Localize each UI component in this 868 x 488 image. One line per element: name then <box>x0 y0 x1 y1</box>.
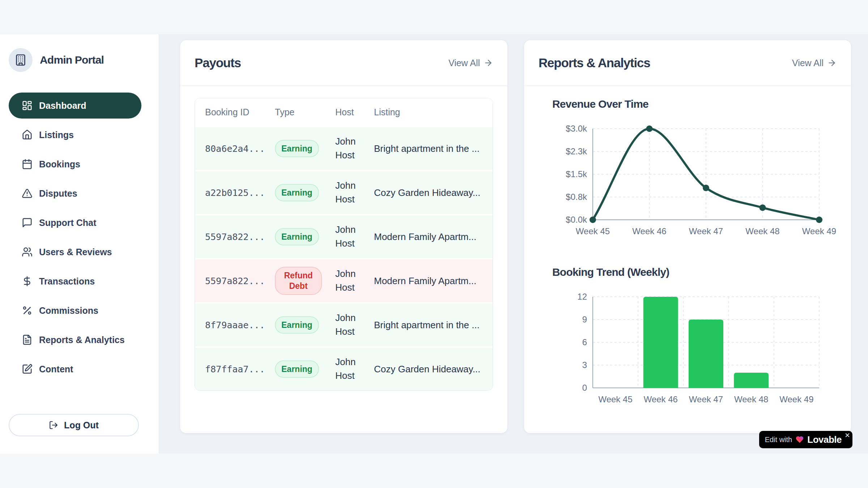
app-title: Admin Portal <box>40 54 104 66</box>
users-icon <box>22 247 33 257</box>
svg-text:Week 45: Week 45 <box>576 226 610 236</box>
reports-card: Reports & Analytics View All Revenue Ove… <box>524 40 851 433</box>
percent-icon <box>22 305 33 316</box>
revenue-line-chart: $0.0k$0.8k$1.5k$2.3k$3.0kWeek 45Week 46W… <box>539 121 837 240</box>
sidebar-item-label: Commissions <box>39 305 98 316</box>
listing-cell: Modern Family Apartm... <box>364 214 493 258</box>
payouts-table: Booking IDTypeHostListing 80a6e2a4...Ear… <box>195 98 493 390</box>
file-text-icon <box>22 334 33 345</box>
svg-text:Week 45: Week 45 <box>598 394 632 404</box>
sidebar-item-label: Listings <box>39 130 74 140</box>
sidebar-item-label: Reports & Analytics <box>39 335 125 345</box>
column-header-booking-id: Booking ID <box>195 98 265 126</box>
svg-text:Week 49: Week 49 <box>802 226 836 236</box>
sidebar-item-label: Support Chat <box>39 218 96 228</box>
booking-chart-title: Booking Trend (Weekly) <box>552 266 837 278</box>
logout-button[interactable]: Log Out <box>9 414 139 436</box>
view-all-label: View All <box>448 58 480 68</box>
type-cell: Earning <box>265 346 325 390</box>
sidebar-item-transactions[interactable]: Transactions <box>9 268 141 294</box>
svg-text:12: 12 <box>577 292 587 301</box>
sidebar-item-listings[interactable]: Listings <box>9 122 141 148</box>
svg-text:$3.0k: $3.0k <box>566 124 587 133</box>
type-cell: Earning <box>265 302 325 346</box>
svg-text:Week 46: Week 46 <box>632 226 666 236</box>
reports-view-all-link[interactable]: View All <box>792 58 837 68</box>
table-header-row: Booking IDTypeHostListing <box>195 98 493 126</box>
sidebar-item-label: Bookings <box>39 159 80 170</box>
sidebar-item-label: Transactions <box>39 276 95 287</box>
file-pen-icon <box>22 364 33 374</box>
host-cell: John Host <box>325 170 364 214</box>
host-cell: John Host <box>325 214 364 258</box>
svg-text:$0.0k: $0.0k <box>566 215 587 224</box>
app-logo-row: Admin Portal <box>9 48 104 72</box>
listing-cell: Cozy Garden Hideaway... <box>364 170 493 214</box>
payout-row: a22b0125...EarningJohn HostCozy Garden H… <box>195 170 493 214</box>
payout-row: f87ffaa7...EarningJohn HostCozy Garden H… <box>195 346 493 390</box>
sidebar-item-content[interactable]: Content <box>9 356 141 382</box>
column-header-listing: Listing <box>364 98 493 126</box>
listing-cell: Modern Family Apartm... <box>364 258 493 302</box>
dollar-icon <box>22 276 33 287</box>
status-badge: Earning <box>275 228 319 246</box>
lovable-brand-label: Lovable <box>807 434 842 445</box>
sidebar-item-label: Dashboard <box>39 100 86 111</box>
log-out-icon <box>49 420 58 430</box>
booking-id-cell: 8f79aaae... <box>195 302 265 346</box>
payouts-title: Payouts <box>195 56 241 70</box>
payout-row: 5597a822...EarningJohn HostModern Family… <box>195 214 493 258</box>
booking-id-cell: 80a6e2a4... <box>195 126 265 170</box>
calendar-icon <box>22 159 33 170</box>
sidebar-item-reports-analytics[interactable]: Reports & Analytics <box>9 327 141 353</box>
dashboard-grid-icon <box>22 100 33 111</box>
listing-cell: Bright apartment in the ... <box>364 126 493 170</box>
booking-id-cell: f87ffaa7... <box>195 346 265 390</box>
booking-id-cell: a22b0125... <box>195 170 265 214</box>
type-cell: Earning <box>265 170 325 214</box>
status-badge: Earning <box>275 184 319 202</box>
svg-text:3: 3 <box>582 360 587 370</box>
svg-text:0: 0 <box>582 383 587 393</box>
sidebar-item-bookings[interactable]: Bookings <box>9 151 141 177</box>
booking-id-cell: 5597a822... <box>195 258 265 302</box>
svg-text:Week 47: Week 47 <box>689 394 723 404</box>
sidebar: Admin Portal DashboardListingsBookingsDi… <box>0 34 159 454</box>
svg-text:$1.5k: $1.5k <box>566 169 587 179</box>
sidebar-item-disputes[interactable]: Disputes <box>9 180 141 206</box>
sidebar-item-label: Disputes <box>39 188 77 199</box>
heart-icon <box>795 435 804 444</box>
sidebar-nav: DashboardListingsBookingsDisputesSupport… <box>9 93 141 385</box>
host-cell: John Host <box>325 346 364 390</box>
svg-text:Week 48: Week 48 <box>745 226 779 236</box>
status-badge: Earning <box>275 140 319 158</box>
payouts-view-all-link[interactable]: View All <box>448 58 493 68</box>
sidebar-item-dashboard[interactable]: Dashboard <box>9 93 141 119</box>
arrow-right-icon <box>484 58 493 68</box>
sidebar-item-support-chat[interactable]: Support Chat <box>9 210 141 236</box>
payouts-table-wrap: Booking IDTypeHostListing 80a6e2a4...Ear… <box>195 98 493 391</box>
lovable-badge[interactable]: Edit with Lovable × <box>759 431 852 448</box>
arrow-right-icon <box>827 58 837 68</box>
payout-row: 5597a822...Refund DebtJohn HostModern Fa… <box>195 258 493 302</box>
status-badge: Earning <box>275 316 319 334</box>
sidebar-item-users-reviews[interactable]: Users & Reviews <box>9 239 141 265</box>
payouts-card-header: Payouts View All <box>180 40 507 86</box>
svg-text:$0.8k: $0.8k <box>566 192 587 202</box>
payout-row: 8f79aaae...EarningJohn HostBright apartm… <box>195 302 493 346</box>
sidebar-item-label: Users & Reviews <box>39 247 112 257</box>
home-icon <box>22 129 33 140</box>
host-cell: John Host <box>325 258 364 302</box>
close-icon[interactable]: × <box>845 431 850 440</box>
host-cell: John Host <box>325 302 364 346</box>
reports-title: Reports & Analytics <box>539 56 650 70</box>
type-cell: Earning <box>265 214 325 258</box>
svg-text:Week 49: Week 49 <box>779 394 813 404</box>
svg-text:9: 9 <box>582 314 587 324</box>
page-background: Admin Portal DashboardListingsBookingsDi… <box>0 34 868 454</box>
sidebar-item-label: Content <box>39 364 73 374</box>
listing-cell: Cozy Garden Hideaway... <box>364 346 493 390</box>
sidebar-item-commissions[interactable]: Commissions <box>9 297 141 324</box>
chat-bubble-icon <box>22 217 33 228</box>
booking-id-cell: 5597a822... <box>195 214 265 258</box>
